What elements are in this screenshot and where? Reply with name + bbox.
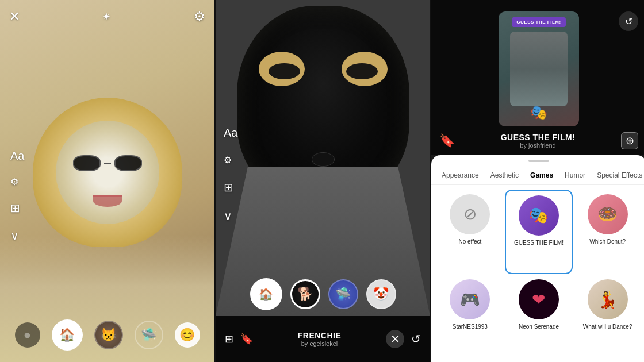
effect-info-center: GUESS THE FILM! by joshfriend	[501, 133, 576, 149]
settings-icon[interactable]: ⚙	[194, 9, 205, 24]
effect-name-3: GUESS THE FILM!	[501, 133, 576, 142]
add-effect-btn[interactable]: ⊕	[621, 132, 638, 149]
chevron-down-icon[interactable]: ∨	[10, 229, 24, 242]
neon-serenade-thumb: ❤	[519, 279, 559, 319]
preview-effect-icon: 🎭	[530, 105, 547, 121]
sheet-handle	[528, 160, 549, 162]
star-nes-label: StarNES1993	[453, 323, 488, 330]
effect-what-dance[interactable]: 💃 What will u Dance?	[573, 275, 642, 357]
clown-btn[interactable]: 🤡	[366, 279, 396, 309]
glasses-bridge	[104, 163, 111, 164]
ufo-btn-2[interactable]: 🛸	[328, 279, 358, 309]
panel-effects-browser: GUESS THE FILM! 🎭 ↺ 🔖 GUESS THE FILM! by…	[431, 0, 644, 362]
chevron-down-icon-2[interactable]: ∨	[224, 209, 237, 223]
smiley-btn[interactable]: 😊	[175, 322, 200, 348]
tab-appearance[interactable]: Appearance	[436, 167, 485, 185]
preview-person-silhouette: 🎭	[510, 32, 568, 106]
neon-serenade-label: Neon Serenade	[519, 323, 559, 330]
layout-icon-2[interactable]: ⊞	[224, 180, 237, 194]
category-tabs-row: Appearance Aesthetic Games Humor Special…	[431, 164, 644, 185]
what-dance-label: What will u Dance?	[583, 323, 632, 330]
cat-face	[56, 121, 159, 224]
effect-neon-serenade[interactable]: ❤ Neon Serenade	[505, 275, 573, 357]
tab-special-effects[interactable]: Special Effects	[591, 167, 644, 185]
what-dance-thumb: 💃	[588, 279, 628, 319]
bookmark-icon-3[interactable]: 🔖	[439, 133, 455, 148]
preview-card: GUESS THE FILM! 🎭	[499, 11, 579, 126]
effects-icon[interactable]: ⚙	[10, 176, 24, 187]
dog-nose	[312, 152, 335, 167]
effect-no-effect[interactable]: ⊘ No effect	[436, 190, 504, 275]
top-bar-panel1: ✕ ✴ ⚙	[0, 9, 214, 24]
bookmark-icon[interactable]: 🔖	[240, 333, 253, 345]
dog-eye-left	[269, 63, 300, 79]
effect-which-donut[interactable]: 🍩 Which Donut?	[573, 190, 642, 275]
panel-camera-cat: ✕ ✴ ⚙ Aa ⚙ ⊞ ∨ ● 🏠 😾 🛸 😊	[0, 0, 214, 362]
effects-bottom-sheet: Appearance Aesthetic Games Humor Special…	[431, 155, 644, 362]
effects-icon-2[interactable]: ⚙	[224, 155, 237, 165]
refresh-icon[interactable]: ↺	[411, 332, 421, 346]
dark-circle-btn[interactable]: ●	[15, 322, 40, 348]
right-lens	[114, 155, 142, 171]
which-donut-thumb: 🍩	[588, 194, 628, 234]
effect-info: FRENCHIE by egeislekel	[260, 331, 379, 347]
text-icon-2[interactable]: Aa	[224, 126, 237, 140]
effect-author-3: by joshfriend	[501, 142, 576, 149]
ufo-btn[interactable]: 🛸	[135, 321, 163, 349]
video-preview-area: GUESS THE FILM! 🎭 ↺ 🔖 GUESS THE FILM! by…	[431, 0, 644, 155]
close-icon[interactable]: ✕	[9, 9, 20, 24]
left-lens	[73, 155, 101, 171]
bottom-carousel-panel1: ● 🏠 😾 🛸 😊	[0, 319, 214, 351]
refresh-preview-btn[interactable]: ↺	[619, 11, 638, 31]
preview-bottom-bar: 🔖 GUESS THE FILM! by joshfriend ⊕	[439, 132, 638, 149]
tab-games[interactable]: Games	[524, 167, 559, 185]
effect-star-nes[interactable]: 🎮 StarNES1993	[436, 275, 504, 357]
left-icons-panel1: Aa ⚙ ⊞ ∨	[10, 149, 24, 242]
effects-grid: ⊘ No effect 🎭 GUESS THE FILM! 🍩 Which Do…	[431, 185, 644, 363]
left-icons-panel2: Aa ⚙ ⊞ ∨	[224, 126, 237, 223]
panel-camera-dog: Aa ⚙ ⊞ ∨ 🏠 🐕 🛸 🤡 ⊞ 🔖 FRENCHIE by egeisle…	[216, 0, 430, 362]
dog-mask-btn[interactable]: 🐕	[290, 279, 320, 309]
close-effect-btn[interactable]: ✕	[386, 330, 404, 348]
tab-humor[interactable]: Humor	[559, 167, 591, 185]
star-nes-thumb: 🎮	[450, 279, 490, 319]
carousel-panel2: 🏠 🐕 🛸 🤡	[216, 278, 430, 310]
guess-film-thumb: 🎭	[519, 195, 559, 236]
layout-icon[interactable]: ⊞	[10, 201, 24, 215]
tab-aesthetic[interactable]: Aesthetic	[485, 167, 524, 185]
cat-mouth	[93, 195, 122, 207]
effect-title: FRENCHIE	[260, 331, 379, 340]
home-btn-2[interactable]: 🏠	[250, 278, 282, 310]
dog-eye-right	[346, 63, 378, 79]
which-donut-label: Which Donut?	[589, 238, 626, 245]
text-icon[interactable]: Aa	[10, 149, 24, 163]
preview-effect-label: GUESS THE FILM!	[512, 17, 565, 27]
effect-author: by egeislekel	[260, 340, 379, 347]
no-effect-thumb: ⊘	[450, 194, 490, 234]
flash-icon[interactable]: ✴	[102, 10, 111, 23]
no-effect-label: No effect	[458, 238, 481, 245]
grid-icon[interactable]: ⊞	[225, 333, 233, 345]
home-button[interactable]: 🏠	[52, 319, 83, 351]
bottom-bar-panel2: ⊞ 🔖 FRENCHIE by egeislekel ✕ ↺	[216, 316, 430, 362]
effect-guess-film[interactable]: 🎭 GUESS THE FILM!	[505, 190, 573, 275]
cat-mask-btn[interactable]: 😾	[94, 321, 123, 349]
guess-film-label: GUESS THE FILM!	[514, 239, 564, 247]
